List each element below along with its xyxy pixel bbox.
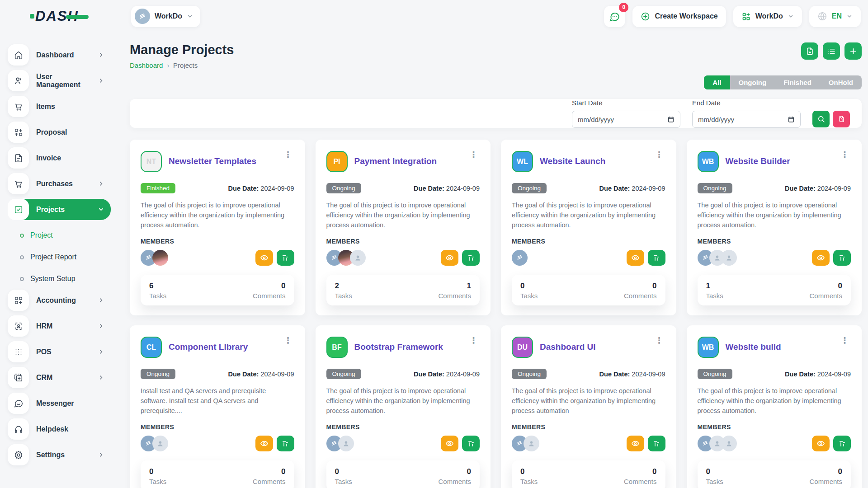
messages-button[interactable]: 0 — [604, 6, 625, 27]
sidebar-item-settings[interactable]: Settings — [8, 444, 111, 465]
project-title-link[interactable]: Bootstrap Framework — [354, 342, 443, 352]
export-button[interactable] — [801, 42, 818, 60]
sidebar-item-accounting[interactable]: Accounting — [8, 290, 111, 311]
view-project-button[interactable] — [812, 436, 830, 451]
progress-button[interactable] — [833, 436, 851, 451]
view-project-button[interactable] — [255, 436, 273, 451]
card-menu-button[interactable]: ⋮ — [467, 151, 480, 159]
sidebar-subitem-project[interactable]: Project — [8, 225, 118, 246]
tab-finished[interactable]: Finished — [775, 75, 820, 89]
card-menu-button[interactable]: ⋮ — [282, 151, 294, 159]
project-avatar: PI — [326, 151, 348, 172]
progress-button[interactable] — [277, 436, 294, 451]
topbar-actions: 0 Create Workspace WorkDo EN — [604, 6, 868, 27]
project-avatar: BF — [326, 337, 348, 358]
sidebar-item-proposal[interactable]: Proposal — [8, 122, 111, 143]
project-avatar: DU — [512, 337, 533, 358]
sidebar-item-dashboard[interactable]: Dashboard — [8, 44, 111, 66]
project-description: The goal of this project is to improve o… — [698, 386, 851, 416]
member-avatars — [326, 250, 362, 266]
view-project-button[interactable] — [627, 436, 644, 451]
card-menu-button[interactable]: ⋮ — [467, 337, 480, 345]
view-project-button[interactable] — [441, 436, 458, 451]
workspace-menu-button[interactable]: WorkDo — [733, 6, 802, 27]
sidebar-item-projects[interactable]: Projects — [8, 199, 111, 220]
members-label: MEMBERS — [698, 423, 851, 431]
sidebar-item-items[interactable]: Items — [8, 96, 111, 117]
project-title-link[interactable]: Website build — [726, 342, 781, 352]
project-title-link[interactable]: Website Launch — [540, 156, 605, 167]
list-view-button[interactable] — [823, 42, 840, 60]
view-project-button[interactable] — [627, 250, 644, 266]
tab-ongoing[interactable]: Ongoing — [730, 75, 775, 89]
breadcrumb-dashboard[interactable]: Dashboard — [130, 61, 163, 69]
comments-stat: 0Comments — [809, 467, 842, 485]
helpdesk-icon — [8, 418, 29, 440]
project-title-link[interactable]: Newsletter Templates — [169, 156, 256, 167]
sidebar-item-hrm[interactable]: HRM — [8, 315, 111, 337]
workspace-selector[interactable]: WorkDo — [131, 6, 200, 27]
cart-icon — [14, 102, 24, 112]
stats-panel: 2Tasks1Comments — [326, 275, 480, 305]
sidebar-item-purchases[interactable]: Purchases — [8, 173, 111, 194]
chevron-right-icon — [98, 180, 104, 187]
view-project-button[interactable] — [255, 250, 273, 266]
create-workspace-label: Create Workspace — [655, 12, 717, 20]
progress-button[interactable] — [462, 250, 480, 266]
tab-all[interactable]: All — [704, 75, 730, 89]
card-menu-button[interactable]: ⋮ — [839, 151, 851, 159]
clear-filter-button[interactable] — [833, 111, 850, 127]
logo-area: DASH — [0, 8, 118, 24]
card-menu-button[interactable]: ⋮ — [839, 337, 851, 345]
project-description: Install test and QA servers and prerequi… — [141, 386, 294, 416]
app-window: DASH WorkDo 0 Create Workspace WorkDo — [0, 0, 868, 488]
eye-icon — [816, 439, 825, 448]
progress-button[interactable] — [833, 250, 851, 266]
sidebar-item-invoice[interactable]: Invoice — [8, 147, 111, 169]
tab-onhold[interactable]: OnHold — [820, 75, 862, 89]
end-date-input[interactable]: mm/dd/yyyy — [692, 111, 801, 128]
sidebar-item-helpdesk[interactable]: Helpdesk — [8, 418, 111, 440]
sidebar-item-crm[interactable]: CRM — [8, 367, 111, 388]
person-icon — [342, 439, 350, 448]
create-workspace-button[interactable]: Create Workspace — [632, 6, 726, 27]
project-title-link[interactable]: Dashboard UI — [540, 342, 596, 352]
project-description: The goal of this project is to improve o… — [326, 200, 480, 230]
progress-button[interactable] — [462, 436, 480, 451]
card-menu-button[interactable]: ⋮ — [653, 337, 665, 345]
card-menu-button[interactable]: ⋮ — [653, 151, 665, 159]
sidebar-subitem-system-setup[interactable]: System Setup — [8, 268, 118, 290]
members-label: MEMBERS — [326, 238, 480, 245]
sidebar-item-pos[interactable]: POS — [8, 341, 111, 362]
start-date-label: Start Date — [572, 99, 680, 107]
card-menu-button[interactable]: ⋮ — [282, 337, 294, 345]
progress-button[interactable] — [648, 436, 665, 451]
project-title-link[interactable]: Website Builder — [726, 156, 790, 167]
accounting-icon — [8, 290, 29, 311]
comments-stat: 0Comments — [624, 282, 657, 300]
sidebar-subitem-project-report[interactable]: Project Report — [8, 246, 118, 268]
start-date-input[interactable]: mm/dd/yyyy — [572, 111, 680, 128]
sidebar-item-user-management[interactable]: User Management — [8, 70, 111, 91]
view-project-button[interactable] — [812, 250, 830, 266]
brand-logo[interactable]: DASH — [30, 8, 79, 24]
tasks-stat: 1Tasks — [706, 282, 723, 300]
chevron-right-icon — [98, 323, 104, 329]
status-badge: Ongoing — [141, 369, 175, 379]
progress-button[interactable] — [648, 250, 665, 266]
language-selector[interactable]: EN — [809, 6, 861, 27]
sidebar-item-messenger[interactable]: Messenger — [8, 393, 111, 414]
view-project-button[interactable] — [441, 250, 458, 266]
invoice-icon — [8, 147, 29, 169]
list-icon — [827, 47, 836, 56]
member-avatars — [512, 436, 535, 451]
members-label: MEMBERS — [141, 423, 294, 431]
comments-stat: 0Comments — [438, 467, 471, 485]
add-project-button[interactable] — [844, 42, 862, 60]
project-title-link[interactable]: Component Library — [169, 342, 248, 352]
project-title-link[interactable]: Payment Integration — [354, 156, 437, 167]
search-button[interactable] — [812, 111, 830, 127]
chat-icon — [609, 11, 620, 22]
members-label: MEMBERS — [512, 238, 665, 245]
progress-button[interactable] — [277, 250, 294, 266]
